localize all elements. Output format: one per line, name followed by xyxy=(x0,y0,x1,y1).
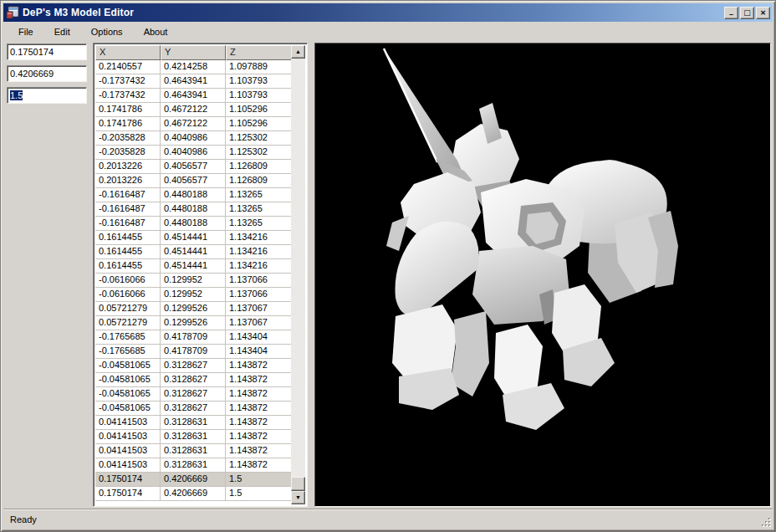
cell-z[interactable]: 1.097889 xyxy=(226,60,291,74)
maximize-button-icon[interactable]: □ xyxy=(740,7,754,19)
cell-z[interactable]: 1.126809 xyxy=(226,174,291,188)
table-row[interactable]: -0.16164870.44801881.13265 xyxy=(95,217,291,231)
column-header-z[interactable]: Z xyxy=(226,45,293,60)
cell-x[interactable]: 0.2013226 xyxy=(95,174,161,188)
table-row[interactable]: 0.057212790.12995261.137067 xyxy=(95,316,291,330)
table-row[interactable]: 0.041415030.31286311.143872 xyxy=(95,458,291,473)
cell-x[interactable]: 0.1741786 xyxy=(95,103,161,117)
cell-z[interactable]: 1.143404 xyxy=(226,345,291,359)
table-row[interactable]: 0.057212790.12995261.137067 xyxy=(95,302,291,316)
cell-x[interactable]: -0.1765685 xyxy=(95,330,161,345)
cell-x[interactable]: -0.1616487 xyxy=(95,202,161,217)
table-row[interactable]: 0.21405570.42142581.097889 xyxy=(95,60,291,74)
app-icon[interactable] xyxy=(6,6,19,19)
scrollbar-thumb[interactable] xyxy=(291,477,305,491)
table-row[interactable]: -0.20358280.40409861.125302 xyxy=(95,131,291,146)
cell-x[interactable]: -0.04581065 xyxy=(95,359,161,373)
menu-file[interactable]: File xyxy=(13,24,39,39)
cell-z[interactable]: 1.143872 xyxy=(226,458,291,473)
table-row[interactable]: 0.16144550.45144411.134216 xyxy=(95,259,291,274)
table-row[interactable]: -0.06160660.1299521.137066 xyxy=(95,274,291,288)
cell-z[interactable]: 1.125302 xyxy=(226,146,291,160)
cell-y[interactable]: 0.1299526 xyxy=(161,302,226,316)
table-row[interactable]: -0.16164870.44801881.13265 xyxy=(95,188,291,202)
table-row[interactable]: 0.16144550.45144411.134216 xyxy=(95,245,291,259)
cell-x[interactable]: 0.1750174 xyxy=(95,487,161,501)
cell-y[interactable]: 0.4206669 xyxy=(161,473,226,487)
table-row[interactable]: 0.041415030.31286311.143872 xyxy=(95,416,291,430)
cell-y[interactable]: 0.4672122 xyxy=(161,103,226,117)
cell-x[interactable]: 0.05721279 xyxy=(95,302,161,316)
cell-z[interactable]: 1.5 xyxy=(226,473,291,487)
table-row[interactable]: 0.20132260.40565771.126809 xyxy=(95,160,291,174)
cell-x[interactable]: 0.1614455 xyxy=(95,259,161,274)
column-header-x[interactable]: X xyxy=(95,45,161,60)
cell-z[interactable]: 1.143872 xyxy=(226,444,291,458)
x-coordinate-field[interactable]: 0.1750174 xyxy=(7,43,87,60)
cell-y[interactable]: 0.3128627 xyxy=(161,402,226,416)
minimize-button-icon[interactable]: _ xyxy=(724,7,738,19)
cell-x[interactable]: -0.04581065 xyxy=(95,387,161,402)
cell-y[interactable]: 0.4178709 xyxy=(161,345,226,359)
cell-z[interactable]: 1.143872 xyxy=(226,416,291,430)
vertex-grid[interactable]: X Y Z 0.21405570.42142581.097889-0.17374… xyxy=(93,43,308,507)
cell-x[interactable]: 0.04141503 xyxy=(95,444,161,458)
cell-y[interactable]: 0.3128627 xyxy=(161,359,226,373)
cell-z[interactable]: 1.143872 xyxy=(226,359,291,373)
cell-x[interactable]: 0.1614455 xyxy=(95,231,161,245)
table-row[interactable]: 0.16144550.45144411.134216 xyxy=(95,231,291,245)
cell-z[interactable]: 1.13265 xyxy=(226,202,291,217)
table-row[interactable]: 0.041415030.31286311.143872 xyxy=(95,430,291,444)
cell-x[interactable]: 0.1750174 xyxy=(95,473,161,487)
cell-z[interactable]: 1.13265 xyxy=(226,188,291,202)
cell-y[interactable]: 0.4056577 xyxy=(161,174,226,188)
cell-z[interactable]: 1.103793 xyxy=(226,89,291,103)
cell-y[interactable]: 0.4178709 xyxy=(161,330,226,345)
cell-z[interactable]: 1.126809 xyxy=(226,160,291,174)
cell-y[interactable]: 0.4480188 xyxy=(161,188,226,202)
cell-x[interactable]: 0.2013226 xyxy=(95,160,161,174)
cell-x[interactable]: 0.04141503 xyxy=(95,458,161,473)
cell-z[interactable]: 1.125302 xyxy=(226,131,291,146)
cell-x[interactable]: -0.04581065 xyxy=(95,402,161,416)
cell-x[interactable]: 0.2140557 xyxy=(95,60,161,74)
menu-about[interactable]: About xyxy=(138,24,174,39)
cell-z[interactable]: 1.143872 xyxy=(226,402,291,416)
cell-x[interactable]: 0.1614455 xyxy=(95,245,161,259)
table-row[interactable]: -0.17656850.41787091.143404 xyxy=(95,330,291,345)
cell-x[interactable]: -0.2035828 xyxy=(95,146,161,160)
cell-x[interactable]: -0.0616066 xyxy=(95,274,161,288)
cell-x[interactable]: -0.1737432 xyxy=(95,89,161,103)
viewport-3d[interactable] xyxy=(314,43,771,507)
table-row[interactable]: -0.16164870.44801881.13265 xyxy=(95,202,291,217)
scroll-up-icon[interactable]: ▲ xyxy=(291,45,305,59)
table-row[interactable]: 0.17417860.46721221.105296 xyxy=(95,117,291,131)
cell-x[interactable]: 0.1741786 xyxy=(95,117,161,131)
table-row[interactable]: -0.17374320.46439411.103793 xyxy=(95,74,291,89)
cell-z[interactable]: 1.137067 xyxy=(226,316,291,330)
cell-z[interactable]: 1.134216 xyxy=(226,231,291,245)
table-row[interactable]: -0.06160660.1299521.137066 xyxy=(95,288,291,302)
cell-y[interactable]: 0.4040986 xyxy=(161,131,226,146)
titlebar[interactable]: DeP's M3 Model Editor _ □ × xyxy=(3,3,773,22)
cell-y[interactable]: 0.4056577 xyxy=(161,160,226,174)
cell-z[interactable]: 1.143872 xyxy=(226,387,291,402)
cell-y[interactable]: 0.1299526 xyxy=(161,316,226,330)
cell-x[interactable]: -0.04581065 xyxy=(95,373,161,387)
table-row[interactable]: -0.045810650.31286271.143872 xyxy=(95,373,291,387)
table-row[interactable]: -0.045810650.31286271.143872 xyxy=(95,359,291,373)
cell-x[interactable]: -0.1616487 xyxy=(95,188,161,202)
cell-y[interactable]: 0.4480188 xyxy=(161,217,226,231)
cell-y[interactable]: 0.3128631 xyxy=(161,444,226,458)
cell-x[interactable]: -0.2035828 xyxy=(95,131,161,146)
cell-z[interactable]: 1.105296 xyxy=(226,117,291,131)
resize-grip[interactable] xyxy=(760,516,772,528)
cell-x[interactable]: 0.04141503 xyxy=(95,416,161,430)
cell-y[interactable]: 0.4514441 xyxy=(161,231,226,245)
table-row[interactable]: -0.17656850.41787091.143404 xyxy=(95,345,291,359)
cell-y[interactable]: 0.4643941 xyxy=(161,74,226,89)
cell-y[interactable]: 0.3128627 xyxy=(161,373,226,387)
table-row[interactable]: -0.17374320.46439411.103793 xyxy=(95,89,291,103)
table-row[interactable]: 0.041415030.31286311.143872 xyxy=(95,444,291,458)
scroll-down-icon[interactable]: ▼ xyxy=(291,491,305,504)
